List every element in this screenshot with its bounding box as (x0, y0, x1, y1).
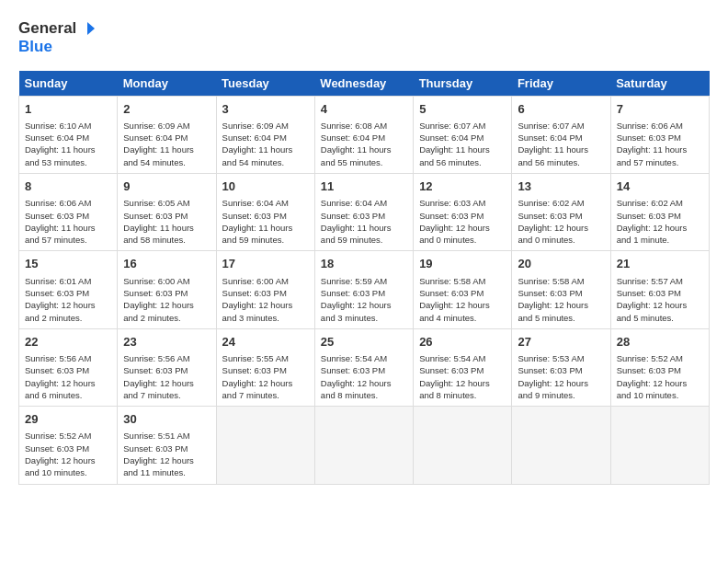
day-info: Sunrise: 6:10 AM Sunset: 6:04 PM Dayligh… (25, 120, 111, 168)
day-number: 7 (617, 101, 703, 118)
day-number: 29 (25, 411, 111, 428)
day-info: Sunrise: 6:06 AM Sunset: 6:03 PM Dayligh… (617, 120, 703, 168)
day-number: 8 (25, 178, 111, 195)
day-info: Sunrise: 5:51 AM Sunset: 6:03 PM Dayligh… (123, 430, 210, 478)
calendar-cell: 3Sunrise: 6:09 AM Sunset: 6:04 PM Daylig… (216, 96, 314, 173)
calendar-cell: 12Sunrise: 6:03 AM Sunset: 6:03 PM Dayli… (414, 174, 512, 251)
day-info: Sunrise: 5:58 AM Sunset: 6:03 PM Dayligh… (419, 275, 506, 324)
calendar-cell: 17Sunrise: 6:00 AM Sunset: 6:03 PM Dayli… (216, 251, 314, 328)
day-number: 4 (321, 101, 407, 118)
calendar-cell: 6Sunrise: 6:07 AM Sunset: 6:04 PM Daylig… (512, 96, 610, 173)
calendar-cell: 29Sunrise: 5:52 AM Sunset: 6:03 PM Dayli… (19, 407, 118, 484)
day-number: 6 (518, 101, 604, 118)
calendar-cell: 25Sunrise: 5:54 AM Sunset: 6:03 PM Dayli… (314, 328, 413, 406)
logo: General Blue (18, 18, 98, 56)
day-info: Sunrise: 6:03 AM Sunset: 6:03 PM Dayligh… (419, 197, 506, 246)
calendar-cell: 7Sunrise: 6:06 AM Sunset: 6:03 PM Daylig… (610, 96, 709, 173)
calendar-cell (610, 407, 709, 484)
col-header-sunday: Sunday (19, 71, 118, 97)
col-header-saturday: Saturday (610, 71, 709, 97)
day-number: 18 (321, 256, 407, 272)
calendar-cell: 9Sunrise: 6:05 AM Sunset: 6:03 PM Daylig… (118, 174, 216, 251)
calendar-cell: 13Sunrise: 6:02 AM Sunset: 6:03 PM Dayli… (512, 174, 610, 251)
calendar-cell: 23Sunrise: 5:56 AM Sunset: 6:03 PM Dayli… (118, 328, 216, 406)
calendar-cell: 30Sunrise: 5:51 AM Sunset: 6:03 PM Dayli… (118, 407, 216, 484)
calendar-cell: 18Sunrise: 5:59 AM Sunset: 6:03 PM Dayli… (314, 251, 413, 328)
calendar-cell: 28Sunrise: 5:52 AM Sunset: 6:03 PM Dayli… (610, 328, 709, 406)
day-number: 3 (222, 101, 309, 118)
day-info: Sunrise: 5:57 AM Sunset: 6:03 PM Dayligh… (617, 275, 703, 324)
calendar-cell: 4Sunrise: 6:08 AM Sunset: 6:04 PM Daylig… (314, 96, 413, 173)
col-header-wednesday: Wednesday (314, 71, 413, 97)
day-info: Sunrise: 6:06 AM Sunset: 6:03 PM Dayligh… (25, 197, 111, 246)
day-number: 28 (617, 334, 703, 350)
day-info: Sunrise: 5:52 AM Sunset: 6:03 PM Dayligh… (617, 352, 703, 401)
calendar-cell: 15Sunrise: 6:01 AM Sunset: 6:03 PM Dayli… (19, 251, 118, 328)
day-info: Sunrise: 5:58 AM Sunset: 6:03 PM Dayligh… (518, 275, 604, 324)
day-info: Sunrise: 6:02 AM Sunset: 6:03 PM Dayligh… (617, 197, 703, 246)
calendar-cell (414, 407, 512, 484)
day-number: 19 (419, 256, 506, 272)
day-info: Sunrise: 5:59 AM Sunset: 6:03 PM Dayligh… (321, 275, 407, 324)
calendar-cell (314, 407, 413, 484)
day-info: Sunrise: 5:53 AM Sunset: 6:03 PM Dayligh… (518, 352, 604, 401)
day-info: Sunrise: 6:01 AM Sunset: 6:03 PM Dayligh… (25, 275, 111, 324)
day-number: 14 (617, 178, 703, 195)
day-number: 9 (123, 178, 210, 195)
day-info: Sunrise: 6:05 AM Sunset: 6:03 PM Dayligh… (123, 197, 210, 246)
day-info: Sunrise: 6:00 AM Sunset: 6:03 PM Dayligh… (222, 275, 309, 324)
day-number: 13 (518, 178, 604, 195)
col-header-monday: Monday (118, 71, 216, 97)
day-info: Sunrise: 5:52 AM Sunset: 6:03 PM Dayligh… (25, 430, 111, 478)
day-number: 11 (321, 178, 407, 195)
day-info: Sunrise: 6:09 AM Sunset: 6:04 PM Dayligh… (222, 120, 309, 168)
day-number: 2 (123, 101, 210, 118)
col-header-friday: Friday (512, 71, 610, 97)
day-info: Sunrise: 5:56 AM Sunset: 6:03 PM Dayligh… (25, 352, 111, 401)
calendar-cell: 14Sunrise: 6:02 AM Sunset: 6:03 PM Dayli… (610, 174, 709, 251)
day-number: 16 (123, 256, 210, 272)
calendar-cell: 16Sunrise: 6:00 AM Sunset: 6:03 PM Dayli… (118, 251, 216, 328)
day-number: 23 (123, 334, 210, 350)
calendar-cell: 21Sunrise: 5:57 AM Sunset: 6:03 PM Dayli… (610, 251, 709, 328)
day-number: 22 (25, 334, 111, 350)
day-number: 20 (518, 256, 604, 272)
calendar-cell: 10Sunrise: 6:04 AM Sunset: 6:03 PM Dayli… (216, 174, 314, 251)
day-number: 27 (518, 334, 604, 350)
calendar-cell: 8Sunrise: 6:06 AM Sunset: 6:03 PM Daylig… (19, 174, 118, 251)
day-info: Sunrise: 6:04 AM Sunset: 6:03 PM Dayligh… (321, 197, 407, 246)
day-number: 12 (419, 178, 506, 195)
day-info: Sunrise: 6:08 AM Sunset: 6:04 PM Dayligh… (321, 120, 407, 168)
calendar-cell: 19Sunrise: 5:58 AM Sunset: 6:03 PM Dayli… (414, 251, 512, 328)
calendar-cell: 11Sunrise: 6:04 AM Sunset: 6:03 PM Dayli… (314, 174, 413, 251)
day-number: 25 (321, 334, 407, 350)
day-info: Sunrise: 6:04 AM Sunset: 6:03 PM Dayligh… (222, 197, 309, 246)
calendar-cell: 5Sunrise: 6:07 AM Sunset: 6:04 PM Daylig… (414, 96, 512, 173)
day-number: 5 (419, 101, 506, 118)
calendar-cell: 26Sunrise: 5:54 AM Sunset: 6:03 PM Dayli… (414, 328, 512, 406)
day-number: 1 (25, 101, 111, 118)
day-info: Sunrise: 5:54 AM Sunset: 6:03 PM Dayligh… (321, 352, 407, 401)
col-header-thursday: Thursday (414, 71, 512, 97)
day-number: 15 (25, 256, 111, 272)
calendar-cell: 24Sunrise: 5:55 AM Sunset: 6:03 PM Dayli… (216, 328, 314, 406)
day-info: Sunrise: 5:54 AM Sunset: 6:03 PM Dayligh… (419, 352, 506, 401)
calendar-cell: 22Sunrise: 5:56 AM Sunset: 6:03 PM Dayli… (19, 328, 118, 406)
calendar-cell (512, 407, 610, 484)
day-info: Sunrise: 6:00 AM Sunset: 6:03 PM Dayligh… (123, 275, 210, 324)
day-number: 17 (222, 256, 309, 272)
day-info: Sunrise: 6:02 AM Sunset: 6:03 PM Dayligh… (518, 197, 604, 246)
calendar-cell: 27Sunrise: 5:53 AM Sunset: 6:03 PM Dayli… (512, 328, 610, 406)
logo-arrow-icon (78, 18, 98, 39)
calendar-cell: 2Sunrise: 6:09 AM Sunset: 6:04 PM Daylig… (118, 96, 216, 173)
day-number: 10 (222, 178, 309, 195)
day-number: 26 (419, 334, 506, 350)
col-header-tuesday: Tuesday (216, 71, 314, 97)
day-info: Sunrise: 5:56 AM Sunset: 6:03 PM Dayligh… (123, 352, 210, 401)
day-info: Sunrise: 6:07 AM Sunset: 6:04 PM Dayligh… (518, 120, 604, 168)
svg-marker-0 (87, 22, 95, 35)
calendar-table: SundayMondayTuesdayWednesdayThursdayFrid… (18, 71, 710, 485)
day-info: Sunrise: 5:55 AM Sunset: 6:03 PM Dayligh… (222, 352, 309, 401)
day-number: 21 (617, 256, 703, 272)
calendar-cell: 1Sunrise: 6:10 AM Sunset: 6:04 PM Daylig… (19, 96, 118, 173)
